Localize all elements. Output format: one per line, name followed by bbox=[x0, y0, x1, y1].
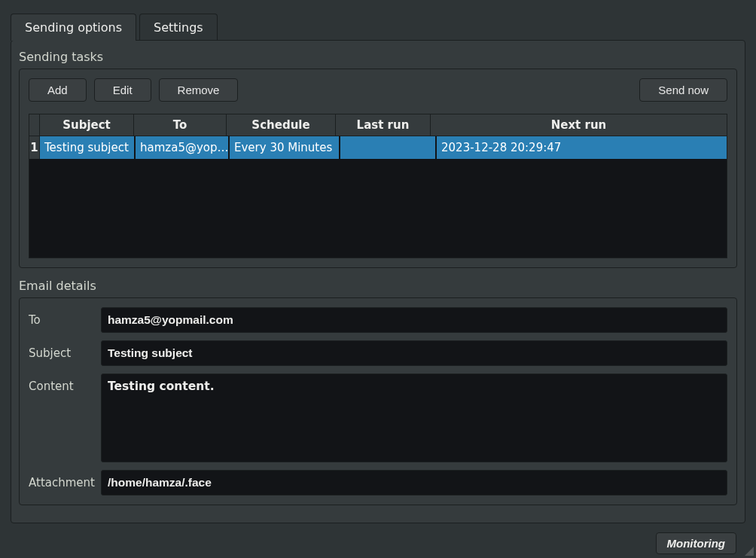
subject-field[interactable] bbox=[101, 340, 727, 366]
label-to: To bbox=[29, 307, 101, 327]
email-details-title: Email details bbox=[19, 279, 737, 293]
attachment-field[interactable] bbox=[101, 470, 727, 495]
resize-grip-icon[interactable] bbox=[743, 545, 754, 556]
add-button[interactable]: Add bbox=[29, 78, 87, 102]
email-details-group: To Subject Content Attachment bbox=[19, 297, 737, 505]
monitoring-button[interactable]: Monitoring bbox=[656, 532, 736, 554]
to-field[interactable] bbox=[101, 307, 727, 333]
label-subject: Subject bbox=[29, 340, 101, 360]
send-now-button[interactable]: Send now bbox=[639, 78, 727, 102]
cell-last-run bbox=[340, 136, 435, 159]
email-details-section: Email details To Subject Content Attachm… bbox=[19, 279, 737, 505]
cell-to: hamza5@yop… bbox=[136, 136, 228, 159]
status-bar: Monitoring bbox=[0, 531, 756, 558]
app-window: Sending options Settings Sending tasks A… bbox=[0, 0, 756, 558]
column-index[interactable] bbox=[29, 114, 40, 136]
column-subject[interactable]: Subject bbox=[40, 114, 134, 136]
tab-settings[interactable]: Settings bbox=[139, 14, 218, 41]
label-attachment: Attachment bbox=[29, 470, 101, 489]
column-next-run[interactable]: Next run bbox=[431, 114, 727, 136]
cell-schedule: Every 30 Minutes bbox=[230, 136, 339, 159]
tasks-table-header: Subject To Schedule Last run Next run bbox=[29, 114, 727, 136]
table-row[interactable]: 1 Testing subject hamza5@yop… Every 30 M… bbox=[29, 136, 727, 159]
tasks-toolbar: Add Edit Remove Send now bbox=[29, 78, 727, 102]
cell-next-run: 2023-12-28 20:29:47 bbox=[437, 136, 727, 159]
tab-strip: Sending options Settings bbox=[0, 0, 756, 41]
sending-tasks-title: Sending tasks bbox=[19, 50, 737, 64]
label-content: Content bbox=[29, 374, 101, 393]
column-schedule[interactable]: Schedule bbox=[227, 114, 336, 136]
row-index: 1 bbox=[29, 136, 40, 159]
edit-button[interactable]: Edit bbox=[94, 78, 151, 102]
remove-button[interactable]: Remove bbox=[159, 78, 239, 102]
content-field[interactable] bbox=[101, 374, 727, 462]
sending-tasks-group: Add Edit Remove Send now Subject To Sche… bbox=[19, 69, 737, 268]
sending-options-panel: Sending tasks Add Edit Remove Send now S… bbox=[11, 40, 745, 523]
column-last-run[interactable]: Last run bbox=[336, 114, 431, 136]
cell-subject: Testing subject bbox=[40, 136, 134, 159]
column-to[interactable]: To bbox=[134, 114, 227, 136]
tasks-table[interactable]: Subject To Schedule Last run Next run 1 … bbox=[29, 114, 727, 258]
tab-sending-options[interactable]: Sending options bbox=[11, 14, 136, 41]
